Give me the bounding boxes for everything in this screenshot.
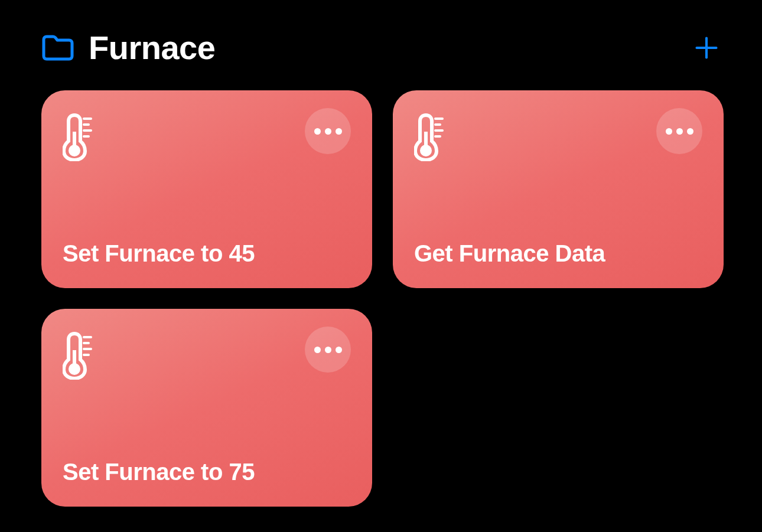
more-icon (666, 128, 693, 135)
svg-rect-3 (73, 132, 76, 149)
more-icon (314, 128, 342, 135)
thermometer-icon (63, 329, 96, 380)
shortcut-title: Get Furnace Data (414, 240, 702, 267)
more-icon (314, 347, 342, 353)
more-options-button[interactable] (305, 108, 351, 154)
header-left: Furnace (41, 28, 215, 67)
more-options-button[interactable] (305, 327, 351, 373)
shortcuts-grid: Set Furnace to 45 Get Furnace Data (0, 79, 762, 518)
shortcut-card[interactable]: Get Furnace Data (393, 90, 724, 288)
card-top (414, 108, 702, 161)
page-title: Furnace (89, 28, 215, 67)
shortcut-title: Set Furnace to 75 (63, 459, 351, 485)
card-top (63, 327, 351, 380)
svg-rect-15 (73, 350, 76, 368)
add-shortcut-button[interactable] (692, 34, 721, 62)
header: Furnace (0, 0, 762, 79)
shortcut-card[interactable]: Set Furnace to 45 (41, 90, 372, 288)
card-top (63, 108, 351, 161)
more-options-button[interactable] (656, 108, 702, 154)
thermometer-icon (414, 110, 447, 161)
shortcut-card[interactable]: Set Furnace to 75 (41, 309, 372, 507)
thermometer-icon (63, 110, 96, 161)
folder-icon (41, 34, 74, 62)
svg-rect-9 (424, 132, 428, 149)
shortcut-title: Set Furnace to 45 (63, 240, 351, 267)
